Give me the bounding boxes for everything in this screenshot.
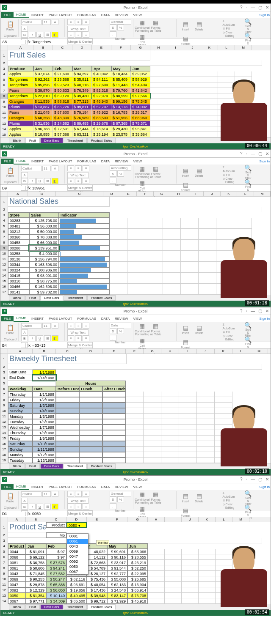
conditional-formatting-button[interactable]: ▦ConditionalFormatting — [136, 323, 149, 336]
data-cell[interactable]: $ 76,349 — [72, 88, 92, 93]
font-size-select[interactable]: 11 — [42, 323, 51, 329]
row-header[interactable]: 14 — [0, 598, 8, 604]
col-header-C[interactable]: C — [53, 45, 72, 50]
col-header-F[interactable]: F — [126, 349, 144, 354]
sign-in-link[interactable]: Sign in — [260, 317, 270, 321]
data-cell[interactable]: $ 48,116 — [72, 82, 92, 88]
data-cell[interactable]: Plums — [8, 104, 33, 110]
wrap-text-button[interactable]: Wrap Text — [67, 329, 88, 335]
data-cell[interactable]: 1/7/1998 — [33, 425, 56, 430]
databar-cell[interactable] — [59, 278, 110, 284]
close-icon[interactable]: ✕ — [265, 151, 269, 156]
databar-cell[interactable] — [59, 223, 110, 229]
data-cell[interactable]: $ 69,122 — [26, 554, 46, 560]
data-cell[interactable]: $ 18,855 — [33, 132, 53, 137]
delete-button[interactable]: ▤Delete — [193, 19, 205, 33]
fx-icon[interactable]: fx — [28, 343, 30, 348]
maximize-icon[interactable]: ▢ — [258, 151, 262, 156]
row-header[interactable]: 17 — [0, 447, 8, 452]
row-header[interactable]: 10 — [0, 408, 8, 414]
data-cell[interactable]: $ 12,329 — [26, 587, 46, 593]
row-header[interactable]: 13 — [0, 593, 8, 598]
col-header-cell[interactable]: Lunch — [79, 386, 102, 392]
sheet-tab-blank[interactable]: Blank — [9, 138, 25, 143]
sheet-tab-product-sales[interactable]: Product Sales — [87, 463, 116, 469]
data-cell[interactable]: $ 50,833 — [53, 88, 72, 93]
data-cell[interactable]: $ 22,610 — [33, 93, 53, 99]
row-header[interactable]: 9 — [0, 99, 8, 104]
data-cell[interactable]: Oranges — [8, 99, 33, 104]
data-cell[interactable]: $ 94,297 — [72, 71, 92, 77]
format-as-table-button[interactable]: ▦Formatas Table — [149, 19, 162, 33]
row-header[interactable]: 13 — [0, 267, 8, 273]
data-cell[interactable] — [56, 425, 79, 430]
col-header-L[interactable]: L — [216, 517, 232, 522]
data-cell[interactable]: 0061 — [8, 565, 26, 571]
row-header[interactable]: 8 — [0, 397, 8, 403]
data-cell[interactable]: 0050 — [8, 593, 26, 598]
row-header[interactable]: 7 — [0, 234, 8, 240]
data-cell[interactable] — [102, 458, 126, 463]
data-cell[interactable] — [102, 397, 126, 403]
increase-font-icon[interactable]: A — [52, 323, 58, 329]
col-header-B[interactable]: B — [28, 192, 56, 196]
ribbon-tab-review[interactable]: REVIEW — [112, 316, 131, 321]
data-cell[interactable]: 1/4/1998 — [33, 408, 56, 414]
col-header-cell[interactable]: Apr — [92, 66, 111, 71]
data-cell[interactable]: 1/11/1998 — [33, 447, 56, 452]
conditional-formatting-button[interactable]: ▦ConditionalFormatting — [136, 491, 149, 504]
data-cell[interactable]: $ 75,436 — [87, 576, 107, 582]
data-cell[interactable] — [56, 408, 79, 414]
ribbon-tab-home[interactable]: HOME — [14, 158, 29, 164]
data-cell[interactable]: $ 51,956 — [111, 115, 131, 121]
data-cell[interactable]: $ 11,443 — [111, 82, 131, 88]
data-cell[interactable]: $ 23,219 — [127, 560, 148, 565]
data-cell[interactable]: $ 25,194 — [92, 132, 111, 137]
col-header-E[interactable]: E — [87, 517, 107, 522]
col-header-A[interactable]: A — [8, 192, 28, 196]
data-cell[interactable]: 0081 — [8, 560, 26, 565]
data-cell[interactable] — [102, 425, 126, 430]
fill-color-button[interactable]: ◧ — [52, 178, 58, 184]
wrap-text-button[interactable]: Wrap Text — [67, 498, 88, 504]
font-name-select[interactable]: Calibri — [21, 491, 41, 497]
data-cell[interactable]: $ 83,503 — [92, 115, 111, 121]
ribbon-tab-home[interactable]: HOME — [14, 12, 29, 18]
data-cell[interactable]: $ 37,576 — [46, 560, 66, 565]
data-cell[interactable]: $ 94,241 — [46, 565, 66, 571]
row-header[interactable]: 13 — [0, 121, 8, 126]
sheet-tab-product-sales[interactable]: Product Sales — [87, 138, 116, 143]
data-cell[interactable]: $ 22,979 — [92, 93, 111, 99]
col-header-I[interactable]: I — [187, 192, 204, 196]
row-header[interactable]: 17 — [0, 289, 8, 295]
fill-button[interactable]: ⬇ Fill — [223, 27, 237, 30]
databar-cell[interactable] — [59, 284, 110, 289]
data-cell[interactable]: $ 86,726 — [53, 104, 72, 110]
col-header-cell[interactable]: Mar — [72, 66, 92, 71]
data-cell[interactable]: $ 10,140 — [46, 593, 66, 598]
data-cell[interactable] — [56, 436, 79, 441]
formula-value[interactable]: Tangerines — [32, 40, 51, 44]
fx-icon[interactable]: fx — [28, 512, 30, 516]
col-header-E[interactable]: E — [120, 192, 137, 196]
data-cell[interactable]: Tuesday — [8, 458, 33, 463]
data-cell[interactable]: 1/5/1998 — [33, 414, 56, 419]
data-cell[interactable]: $ 84,111 — [92, 77, 111, 82]
col-header-M[interactable]: M — [250, 349, 268, 354]
data-cell[interactable]: Saturday — [8, 403, 33, 408]
col-header-J[interactable]: J — [197, 349, 215, 354]
align-left-icon[interactable]: ≡ — [67, 335, 74, 341]
row-header[interactable]: 11 — [0, 256, 8, 262]
data-cell[interactable] — [56, 419, 79, 425]
align-right-icon[interactable]: ≡ — [83, 32, 89, 38]
row-header[interactable]: 7 — [0, 88, 8, 93]
data-cell[interactable]: $ 18,434 — [111, 71, 131, 77]
col-header-I[interactable]: I — [179, 349, 197, 354]
col-header-B[interactable]: B — [33, 45, 53, 50]
data-cell[interactable]: $ 95,896 — [33, 82, 53, 88]
data-cell[interactable] — [56, 403, 79, 408]
col-header-cell[interactable]: Feb — [53, 66, 72, 71]
minimize-icon[interactable]: — — [251, 5, 255, 10]
col-header-C[interactable]: C — [56, 192, 104, 196]
data-cell[interactable]: $ 40,042 — [92, 71, 111, 77]
